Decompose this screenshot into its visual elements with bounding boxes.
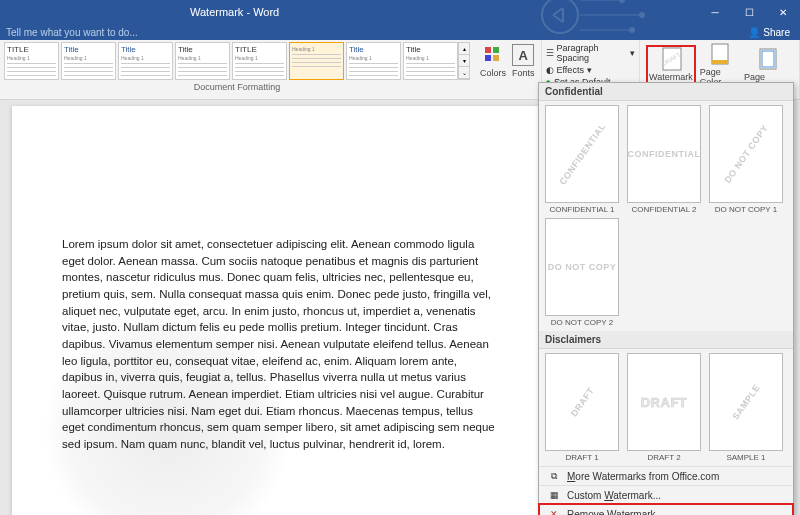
more-watermarks-item[interactable]: ⧉ More Watermarks from Office.com: [539, 466, 793, 485]
svg-rect-5: [493, 47, 499, 53]
svg-point-1: [639, 12, 645, 18]
custom-watermark-label: Custom Watermark...: [567, 490, 661, 501]
remove-watermark-label: Remove Watermark: [567, 509, 656, 516]
watermark-grid-disclaimers: DRAFTDRAFT 1DRAFTDRAFT 2SAMPLESAMPLE 1: [539, 349, 793, 466]
svg-rect-11: [712, 60, 728, 64]
style-thumb[interactable]: TitleHeading 1: [61, 42, 116, 80]
window-title: Watermark - Word: [190, 6, 279, 18]
watermark-option[interactable]: CONFIDENTIALCONFIDENTIAL 2: [625, 105, 703, 214]
ribbon-group-document-formatting: TITLEHeading 1TitleHeading 1TitleHeading…: [0, 40, 474, 99]
document-body-text[interactable]: Lorem ipsum dolor sit amet, consectetuer…: [62, 236, 497, 453]
fonts-button[interactable]: A Fonts: [512, 44, 535, 78]
page-borders-icon: [757, 48, 779, 70]
svg-point-2: [629, 27, 635, 33]
watermark-option[interactable]: DO NOT COPYDO NOT COPY 1: [707, 105, 785, 214]
style-thumb[interactable]: TITLEHeading 1: [4, 42, 59, 80]
window-controls: ─ ☐ ✕: [698, 0, 800, 24]
tell-me-bar: Tell me what you want to do... 👤 Share: [0, 24, 800, 40]
watermark-option[interactable]: SAMPLESAMPLE 1: [707, 353, 785, 462]
style-thumb[interactable]: TitleHeading 1: [346, 42, 401, 80]
watermark-option[interactable]: DRAFTDRAFT 2: [625, 353, 703, 462]
dropdown-section-confidential: Confidential: [539, 83, 793, 101]
watermark-dropdown: Confidential CONFIDENTIALCONFIDENTIAL 1C…: [538, 82, 794, 515]
paragraph-spacing-button[interactable]: ☰Paragraph Spacing ▾: [546, 42, 636, 64]
minimize-button[interactable]: ─: [698, 0, 732, 24]
style-gallery[interactable]: TITLEHeading 1TitleHeading 1TitleHeading…: [4, 42, 458, 80]
style-thumb[interactable]: TitleHeading 1: [118, 42, 173, 80]
paragraph-spacing-label: Paragraph Spacing: [557, 43, 628, 63]
office-icon: ⧉: [547, 470, 561, 482]
share-icon: 👤: [748, 27, 760, 38]
group-label-docfmt: Document Formatting: [4, 82, 470, 92]
effects-label: Effects: [557, 65, 584, 75]
custom-icon: ▦: [547, 489, 561, 501]
custom-watermark-item[interactable]: ▦ Custom Watermark...: [539, 485, 793, 504]
share-label: Share: [763, 27, 790, 38]
watermark-option[interactable]: CONFIDENTIALCONFIDENTIAL 1: [543, 105, 621, 214]
effects-icon: ◐: [546, 65, 554, 75]
watermark-icon: DRAFT: [660, 48, 682, 70]
close-button[interactable]: ✕: [766, 0, 800, 24]
more-watermarks-label: More Watermarks from Office.com: [567, 471, 719, 482]
svg-rect-4: [485, 47, 491, 53]
svg-point-0: [542, 0, 578, 33]
watermark-grid-confidential: CONFIDENTIALCONFIDENTIAL 1CONFIDENTIALCO…: [539, 101, 793, 331]
fonts-icon: A: [512, 44, 534, 66]
style-thumb[interactable]: TitleHeading 1: [403, 42, 458, 80]
titlebar-decoration: [520, 0, 680, 40]
svg-point-3: [619, 0, 625, 3]
tell-me-input[interactable]: Tell me what you want to do...: [6, 27, 138, 38]
dropdown-section-disclaimers: Disclaimers: [539, 331, 793, 349]
svg-rect-6: [485, 55, 491, 61]
remove-watermark-item[interactable]: ✕ Remove Watermark: [539, 504, 793, 515]
colors-button[interactable]: Colors: [480, 44, 506, 78]
page-color-icon: [709, 43, 731, 65]
style-gallery-nav[interactable]: ▴▾⌄: [458, 42, 470, 80]
style-thumb[interactable]: TITLEHeading 1: [232, 42, 287, 80]
remove-icon: ✕: [547, 508, 561, 515]
spacing-icon: ☰: [546, 48, 554, 58]
svg-rect-7: [493, 55, 499, 61]
effects-button[interactable]: ◐Effects ▾: [546, 64, 636, 76]
watermark-option[interactable]: DO NOT COPYDO NOT COPY 2: [543, 218, 621, 327]
watermark-option[interactable]: DRAFTDRAFT 1: [543, 353, 621, 462]
style-thumb[interactable]: TitleHeading 1: [175, 42, 230, 80]
colors-label: Colors: [480, 68, 506, 78]
style-thumb[interactable]: Heading 1: [289, 42, 344, 80]
titlebar: Watermark - Word ─ ☐ ✕: [0, 0, 800, 24]
share-button[interactable]: 👤 Share: [748, 27, 800, 38]
document-page[interactable]: Lorem ipsum dolor sit amet, consectetuer…: [12, 106, 547, 515]
colors-icon: [482, 44, 504, 66]
maximize-button[interactable]: ☐: [732, 0, 766, 24]
fonts-label: Fonts: [512, 68, 535, 78]
